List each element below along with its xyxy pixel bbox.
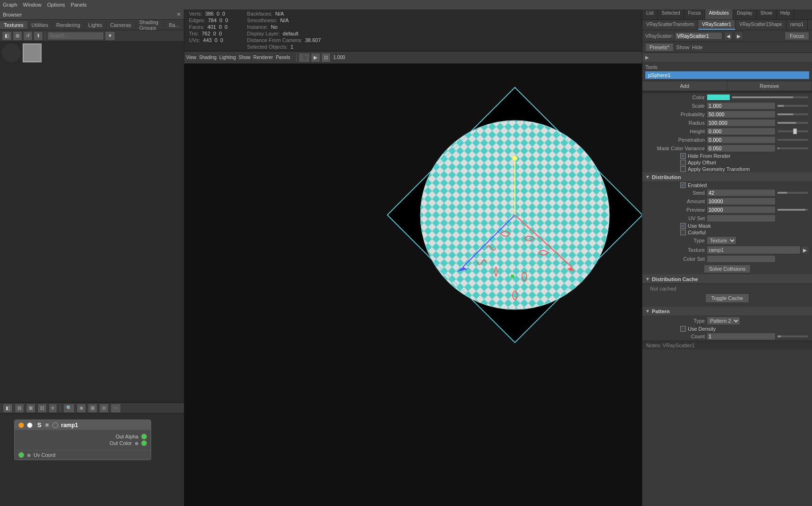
viewport-menu-renderer[interactable]: Renderer — [253, 55, 273, 60]
tab-focus[interactable]: Focus — [684, 9, 705, 19]
browser-btn-1[interactable]: ◧ — [2, 31, 12, 41]
ng-layout-btn[interactable]: ⊞ — [88, 403, 97, 413]
focus-button[interactable]: Focus — [785, 32, 809, 40]
preview-slider[interactable] — [778, 209, 808, 211]
tools-item-psphere1[interactable]: pSphere1 — [645, 71, 809, 79]
radius-input[interactable] — [707, 119, 776, 127]
vp-btn-camera[interactable]: 🎥 — [299, 53, 310, 62]
height-slider[interactable] — [778, 130, 808, 132]
tab-help[interactable]: Help — [777, 9, 795, 19]
node-port-in[interactable] — [18, 422, 24, 428]
vp-btn-frame[interactable]: ⊡ — [321, 53, 331, 62]
browser-btn-4[interactable]: ⬆ — [34, 31, 43, 41]
tab-rendering[interactable]: Rendering — [52, 21, 85, 29]
browser-btn-2[interactable]: ⊞ — [13, 31, 22, 41]
probability-slider[interactable] — [778, 113, 808, 115]
use-density-checkbox[interactable] — [680, 326, 686, 332]
tab-vray-scatter-transform[interactable]: VRayScatterTransform — [642, 20, 698, 30]
browser-close-icon[interactable]: ✕ — [177, 11, 181, 17]
ng-btn-2[interactable]: ⊟ — [15, 403, 24, 413]
texture-input[interactable] — [707, 246, 801, 254]
toggle-cache-button[interactable]: Toggle Cache — [705, 293, 749, 303]
pattern-section-header[interactable]: ▼ Pattern — [642, 307, 812, 316]
uv-set-input[interactable] — [707, 214, 776, 222]
remove-button[interactable]: Remove — [727, 81, 812, 91]
viewport-canvas[interactable] — [184, 64, 642, 506]
menu-options[interactable]: Options — [47, 2, 65, 8]
color-swatch[interactable] — [707, 94, 730, 101]
search-btn[interactable]: ▼ — [105, 31, 115, 41]
dist-cache-section-header[interactable]: ▼ Distribution Cache — [642, 274, 812, 284]
viewport-menu-show[interactable]: Show — [239, 55, 250, 60]
seed-slider[interactable] — [778, 192, 808, 194]
node-port-white[interactable] — [27, 422, 33, 428]
type-dropdown[interactable]: Texture — [707, 236, 736, 245]
add-button[interactable]: Add — [642, 81, 727, 91]
seed-input[interactable] — [707, 189, 776, 197]
vray-scatter-arrow-right[interactable]: ▶ — [735, 32, 743, 40]
texture-browse-button[interactable]: ▶ — [801, 246, 809, 254]
ng-btn-5[interactable]: ≡ — [49, 403, 57, 413]
browser-search[interactable] — [47, 32, 104, 40]
tab-ba[interactable]: Ba... — [165, 21, 184, 29]
colorful-checkbox[interactable] — [680, 230, 686, 235]
penetration-input[interactable] — [707, 136, 776, 144]
tab-vray-scatter1[interactable]: VRayScatter1 — [698, 20, 735, 30]
browser-btn-3[interactable]: ↺ — [23, 31, 33, 41]
tab-lights[interactable]: Lights — [85, 21, 106, 29]
ng-frame-btn[interactable]: ⊕ — [77, 403, 86, 413]
ng-btn-4[interactable]: ⊡ — [37, 403, 47, 413]
ng-zoom-btn[interactable]: 🔍 — [63, 403, 75, 413]
section-something[interactable]: ▶ — [642, 53, 812, 62]
viewport-menu-view[interactable]: View — [186, 55, 197, 60]
texture-thumb-2[interactable] — [23, 43, 42, 62]
menu-panels[interactable]: Panels — [71, 2, 87, 8]
viewport-menu-shading[interactable]: Shading — [199, 55, 217, 60]
color-set-input[interactable] — [707, 255, 776, 263]
color-slider[interactable] — [732, 96, 808, 98]
scale-slider[interactable] — [778, 105, 808, 107]
penetration-slider[interactable] — [778, 139, 808, 141]
tab-display[interactable]: Display — [733, 9, 757, 19]
out-color-port[interactable] — [141, 440, 147, 446]
presets-button[interactable]: Presets* — [645, 43, 674, 51]
apply-geometry-transform-checkbox[interactable] — [680, 166, 686, 172]
tab-ramp1[interactable]: ramp1 — [786, 20, 808, 30]
tab-list[interactable]: List — [642, 9, 658, 19]
viewport-menu-lighting[interactable]: Lighting — [219, 55, 236, 60]
tab-attributes[interactable]: Attributes — [705, 9, 733, 19]
hide-button[interactable]: Hide — [692, 44, 703, 50]
height-input[interactable] — [707, 128, 776, 135]
ng-btn-1[interactable]: ◧ — [3, 403, 13, 413]
use-mask-checkbox[interactable]: ✓ — [680, 223, 686, 229]
out-alpha-port[interactable] — [141, 434, 147, 439]
vp-btn-render[interactable]: ▶ — [311, 53, 320, 62]
tab-show[interactable]: Show — [757, 9, 777, 19]
vray-scatter-arrow-left[interactable]: ◀ — [724, 32, 733, 40]
tab-vray-scatter1-shape[interactable]: VRayScatter1Shape — [735, 20, 786, 30]
enabled-checkbox[interactable]: ✓ — [680, 182, 686, 188]
probability-input[interactable] — [707, 111, 776, 118]
tab-cameras[interactable]: Cameras — [106, 21, 136, 29]
solve-collisions-button[interactable]: Solve Collisions — [704, 265, 751, 273]
count-input[interactable] — [707, 333, 776, 340]
menu-window[interactable]: Window — [23, 2, 42, 8]
apply-offset-checkbox[interactable] — [680, 160, 686, 165]
tab-selected[interactable]: Selected — [658, 9, 684, 19]
mask-color-variance-input[interactable] — [707, 145, 776, 152]
distribution-section-header[interactable]: ▼ Distribution — [642, 172, 812, 182]
ng-btn-3[interactable]: ⊠ — [26, 403, 35, 413]
uv-coord-port-in[interactable] — [18, 452, 24, 458]
vray-scatter-input[interactable] — [675, 32, 722, 40]
count-slider[interactable] — [778, 335, 808, 337]
node-port-empty[interactable] — [52, 422, 58, 428]
amount-input[interactable] — [707, 197, 776, 205]
tab-textures[interactable]: Textures — [0, 21, 28, 29]
tab-utilities[interactable]: Utilities — [28, 21, 52, 29]
texture-thumb-1[interactable] — [2, 43, 21, 62]
mask-color-variance-slider[interactable] — [778, 147, 808, 149]
ng-snap-btn[interactable]: ⊙ — [99, 403, 109, 413]
hide-from-render-checkbox[interactable]: ✓ — [680, 153, 686, 159]
ng-extra-btn[interactable]: ⋯ — [111, 403, 121, 413]
menu-graph[interactable]: Graph — [3, 2, 17, 8]
